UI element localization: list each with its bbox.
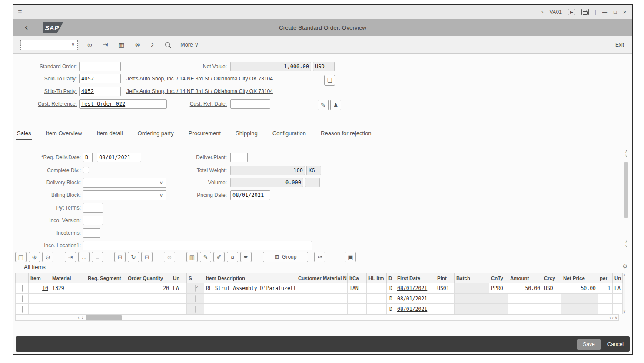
tab-reason-for-rejection[interactable]: Reason for rejection [320, 127, 372, 140]
material-cell[interactable] [50, 293, 86, 304]
delivery-block-select[interactable]: ∨ [83, 178, 166, 188]
scroll-down-icon[interactable]: ∨ [624, 244, 629, 248]
sold-to-address-link[interactable]: Jeff's Auto Shop, Inc. / 14 NE 3rd St / … [126, 74, 273, 83]
row-select-checkbox[interactable] [22, 295, 23, 302]
ship-to-address-link[interactable]: Jeff's Auto Shop, Inc. / 14 NE 3rd St / … [126, 87, 273, 96]
scroll-left-icon[interactable]: ‹ [609, 316, 611, 320]
order-quantity-cell[interactable] [126, 293, 171, 304]
column-header[interactable]: Order Quantity [126, 273, 171, 283]
scroll-down-icon[interactable]: ∨ [623, 310, 625, 313]
tab-shipping[interactable]: Shipping [235, 127, 259, 140]
inco-location-input[interactable] [83, 241, 312, 250]
stamp-icon[interactable]: ♟ [330, 100, 341, 110]
hl-itm-cell[interactable] [367, 283, 387, 294]
default-values-button[interactable]: ⇥ [65, 252, 76, 262]
amount-cell[interactable]: 50.00 [508, 283, 542, 294]
d-cell[interactable]: D [387, 293, 395, 304]
crcy-cell[interactable] [542, 304, 561, 314]
first-date-link[interactable]: 08/01/2021 [397, 285, 427, 291]
unit-cell[interactable] [171, 304, 187, 314]
group-button[interactable]: ⊞ Group [263, 252, 308, 262]
column-header[interactable]: Material [50, 273, 86, 283]
req-deliv-date-input[interactable] [97, 153, 141, 162]
create-with-reference-icon[interactable]: ⇥ [103, 41, 108, 48]
command-field[interactable]: ∨ [20, 40, 78, 50]
calculator-icon[interactable]: ▦ [118, 41, 124, 48]
per-cell[interactable] [598, 304, 613, 314]
amount-cell[interactable] [508, 293, 542, 304]
chevron-down-icon[interactable]: ∨ [71, 42, 75, 47]
column-header[interactable]: D [387, 273, 395, 283]
column-header[interactable]: ItCa [348, 273, 367, 283]
column-header[interactable]: Item Description [204, 273, 296, 283]
itca-cell[interactable]: TAN [348, 283, 367, 294]
display-other-order-icon[interactable]: ∞ [87, 41, 92, 48]
tab-item-detail[interactable]: Item detail [96, 127, 124, 140]
per-cell[interactable]: 1 [598, 283, 613, 294]
item-details-button[interactable]: ▤ [15, 252, 27, 262]
column-header[interactable]: CnTy [489, 273, 508, 283]
more-menu[interactable]: More∨ [180, 41, 199, 48]
cnty-cell[interactable]: PPRO [489, 283, 508, 294]
delete-row-button[interactable]: ⊖ [42, 252, 53, 262]
partner-button[interactable]: ✎ [200, 252, 211, 262]
propose-items-button[interactable]: ↻ [128, 252, 139, 262]
conditions-button[interactable]: ¤ [227, 252, 238, 262]
table-vertical-scrollbar[interactable]: ∧ ∨ [623, 273, 625, 314]
order-quantity-cell[interactable] [126, 304, 171, 314]
unit-cell[interactable] [171, 293, 187, 304]
row-select-checkbox[interactable] [22, 306, 23, 313]
column-header[interactable]: Item [29, 273, 50, 283]
first-date-link[interactable]: 08/01/2021 [397, 306, 427, 312]
column-header[interactable]: First Date [395, 273, 435, 283]
column-header[interactable]: Crcy [542, 273, 561, 283]
tab-procurement[interactable]: Procurement [188, 127, 222, 140]
d-cell[interactable]: D [387, 283, 395, 294]
minimize-button[interactable]: — [602, 9, 607, 15]
cancel-icon[interactable]: ⊗ [135, 41, 140, 48]
column-header[interactable]: Batch [455, 273, 489, 283]
itca-cell[interactable] [348, 293, 367, 304]
customer-material-cell[interactable] [296, 304, 348, 314]
column-header[interactable]: per [598, 273, 613, 283]
column-header[interactable]: Amount [508, 273, 542, 283]
pyt-terms-input[interactable] [83, 203, 103, 213]
tab-ordering-party[interactable]: Ordering party [137, 127, 175, 140]
hl-itm-cell[interactable] [367, 304, 387, 314]
column-header[interactable]: Un [171, 273, 187, 283]
cust-ref-date-input[interactable] [230, 99, 270, 109]
req-segment-cell[interactable] [86, 304, 126, 314]
material-cell[interactable] [50, 304, 86, 314]
amount-cell[interactable] [508, 304, 542, 314]
display-ranges-button[interactable]: ∷ [78, 252, 90, 262]
cust-reference-input[interactable] [79, 99, 167, 109]
sold-to-input[interactable] [79, 74, 121, 83]
insert-row-button[interactable]: ⊕ [29, 252, 40, 262]
customer-material-cell[interactable] [296, 293, 348, 304]
item-number-cell[interactable] [29, 293, 50, 304]
d-cell[interactable]: D [387, 304, 395, 314]
column-header[interactable]: Plnt [435, 273, 455, 283]
scroll-up-icon[interactable]: ∧ [624, 149, 629, 153]
pricing-date-input[interactable] [230, 190, 270, 200]
tab-item-overview[interactable]: Item Overview [45, 127, 83, 140]
req-segment-cell[interactable] [86, 283, 126, 294]
description-cell[interactable]: RE Strut Assembly D'Parafuzetta [204, 283, 296, 294]
play-icon[interactable]: ▶ [568, 9, 575, 15]
signature-button[interactable]: ✒ [240, 252, 252, 262]
scroll-up-icon[interactable]: ∧ [623, 273, 625, 277]
column-header[interactable]: Req. Segment [86, 273, 126, 283]
complete-dlv-checkbox[interactable] [83, 167, 89, 173]
close-button[interactable]: × [623, 8, 627, 16]
session-lock-icon[interactable] [581, 9, 589, 15]
configuration-button[interactable]: ▦ [186, 252, 198, 262]
maximize-button[interactable]: □ [614, 9, 617, 15]
column-header[interactable]: S [187, 273, 204, 283]
row-select-checkbox[interactable] [22, 285, 23, 292]
chevron-right-icon[interactable]: › [541, 9, 543, 15]
item-number-link[interactable]: 10 [42, 285, 48, 291]
table-horizontal-scrollbar[interactable]: ‹ › ‹ › ∨ [15, 314, 619, 321]
plant-cell[interactable] [435, 304, 455, 314]
material-cell[interactable]: 1329 [50, 283, 86, 294]
deliver-plant-input[interactable] [230, 153, 248, 162]
